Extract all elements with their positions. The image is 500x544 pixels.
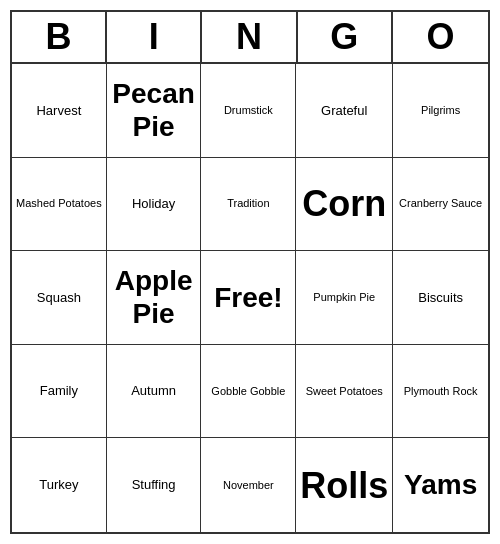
bingo-cell-4: Pilgrims — [393, 64, 488, 158]
cell-text-1: Pecan Pie — [111, 77, 197, 144]
bingo-header: BINGO — [12, 12, 488, 64]
cell-text-24: Yams — [404, 468, 477, 502]
bingo-cell-9: Cranberry Sauce — [393, 158, 488, 252]
header-letter-g: G — [298, 12, 393, 62]
cell-text-5: Mashed Potatoes — [16, 197, 102, 210]
cell-text-22: November — [223, 479, 274, 492]
bingo-cell-5: Mashed Potatoes — [12, 158, 107, 252]
cell-text-23: Rolls — [300, 464, 388, 507]
cell-text-2: Drumstick — [224, 104, 273, 117]
bingo-cell-24: Yams — [393, 438, 488, 532]
bingo-card: BINGO HarvestPecan PieDrumstickGratefulP… — [10, 10, 490, 534]
cell-text-16: Autumn — [131, 383, 176, 399]
cell-text-19: Plymouth Rock — [404, 385, 478, 398]
cell-text-6: Holiday — [132, 196, 175, 212]
bingo-cell-3: Grateful — [296, 64, 393, 158]
cell-text-7: Tradition — [227, 197, 269, 210]
cell-text-17: Gobble Gobble — [211, 385, 285, 398]
cell-text-15: Family — [40, 383, 78, 399]
bingo-cell-0: Harvest — [12, 64, 107, 158]
bingo-cell-19: Plymouth Rock — [393, 345, 488, 439]
cell-text-13: Pumpkin Pie — [313, 291, 375, 304]
cell-text-20: Turkey — [39, 477, 78, 493]
cell-text-0: Harvest — [36, 103, 81, 119]
cell-text-10: Squash — [37, 290, 81, 306]
cell-text-18: Sweet Potatoes — [306, 385, 383, 398]
cell-text-4: Pilgrims — [421, 104, 460, 117]
cell-text-12: Free! — [214, 281, 282, 315]
cell-text-21: Stuffing — [132, 477, 176, 493]
bingo-cell-18: Sweet Potatoes — [296, 345, 393, 439]
bingo-cell-23: Rolls — [296, 438, 393, 532]
bingo-cell-12: Free! — [201, 251, 296, 345]
header-letter-o: O — [393, 12, 488, 62]
bingo-cell-21: Stuffing — [107, 438, 202, 532]
bingo-cell-7: Tradition — [201, 158, 296, 252]
bingo-cell-13: Pumpkin Pie — [296, 251, 393, 345]
bingo-cell-8: Corn — [296, 158, 393, 252]
header-letter-i: I — [107, 12, 202, 62]
bingo-cell-10: Squash — [12, 251, 107, 345]
bingo-cell-20: Turkey — [12, 438, 107, 532]
cell-text-11: Apple Pie — [111, 264, 197, 331]
bingo-cell-2: Drumstick — [201, 64, 296, 158]
bingo-cell-14: Biscuits — [393, 251, 488, 345]
bingo-cell-22: November — [201, 438, 296, 532]
cell-text-3: Grateful — [321, 103, 367, 119]
cell-text-8: Corn — [302, 182, 386, 225]
bingo-cell-16: Autumn — [107, 345, 202, 439]
bingo-cell-11: Apple Pie — [107, 251, 202, 345]
bingo-cell-17: Gobble Gobble — [201, 345, 296, 439]
cell-text-9: Cranberry Sauce — [399, 197, 482, 210]
bingo-grid: HarvestPecan PieDrumstickGratefulPilgrim… — [12, 64, 488, 532]
header-letter-b: B — [12, 12, 107, 62]
bingo-cell-15: Family — [12, 345, 107, 439]
cell-text-14: Biscuits — [418, 290, 463, 306]
bingo-cell-1: Pecan Pie — [107, 64, 202, 158]
header-letter-n: N — [202, 12, 297, 62]
bingo-cell-6: Holiday — [107, 158, 202, 252]
